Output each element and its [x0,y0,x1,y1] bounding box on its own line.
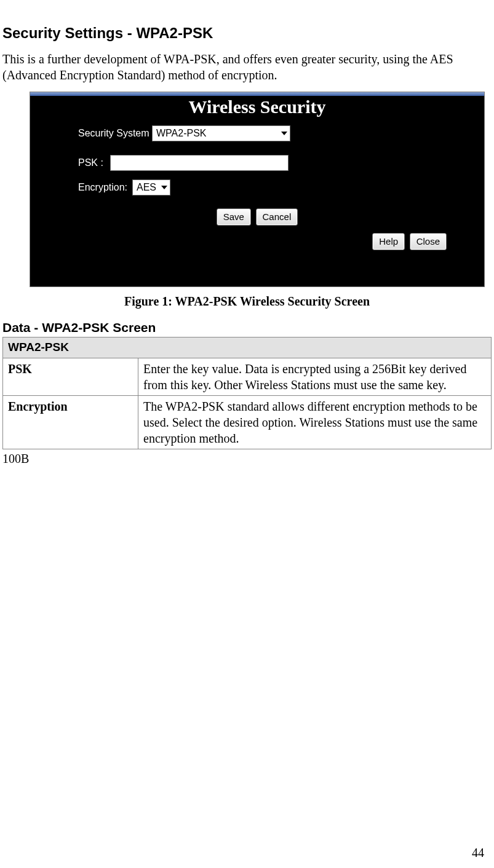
security-system-value: WPA2-PSK [156,127,207,140]
save-button[interactable]: Save [217,208,251,226]
table-row-desc: The WPA2-PSK standard allows different e… [138,396,492,449]
encryption-value: AES [137,181,156,194]
figure-caption: Figure 1: WPA2-PSK Wireless Security Scr… [2,293,492,309]
table-row-label: PSK [3,358,138,396]
encryption-label: Encryption: [78,181,132,194]
page-heading: Security Settings - WPA2-PSK [2,23,492,42]
encryption-select[interactable]: AES [132,180,170,195]
cancel-button[interactable]: Cancel [256,208,298,226]
psk-input[interactable] [110,155,289,171]
security-system-label: Security System [78,127,152,140]
table-row-label: Encryption [3,396,138,449]
after-table-text: 100B [2,451,492,467]
router-screenshot: Wireless Security Security System WPA2-P… [30,92,485,287]
panel-title: Wireless Security [30,95,484,119]
save-cancel-row: Save Cancel [30,208,484,226]
data-table: WPA2-PSK PSK Enter the key value. Data i… [2,337,492,449]
chevron-down-icon [281,132,287,135]
security-system-row: Security System WPA2-PSK [78,125,290,141]
psk-row: PSK : [78,155,289,171]
psk-label: PSK : [78,157,110,170]
encryption-row: Encryption: AES [78,180,170,195]
help-close-row: Help Close [372,232,447,250]
figure-container: Wireless Security Security System WPA2-P… [30,92,485,287]
close-button[interactable]: Close [410,233,447,250]
chevron-down-icon [161,186,167,189]
security-system-select[interactable]: WPA2-PSK [152,125,290,141]
table-row: PSK Enter the key value. Data is encrypt… [3,358,492,396]
intro-paragraph: This is a further development of WPA-PSK… [2,51,492,83]
data-subheading: Data - WPA2-PSK Screen [2,319,492,336]
table-header-row: WPA2-PSK [3,337,492,358]
table-row-desc: Enter the key value. Data is encrypted u… [138,358,492,396]
table-header-cell: WPA2-PSK [3,337,492,358]
table-row: Encryption The WPA2-PSK standard allows … [3,396,492,449]
help-button[interactable]: Help [372,233,405,250]
